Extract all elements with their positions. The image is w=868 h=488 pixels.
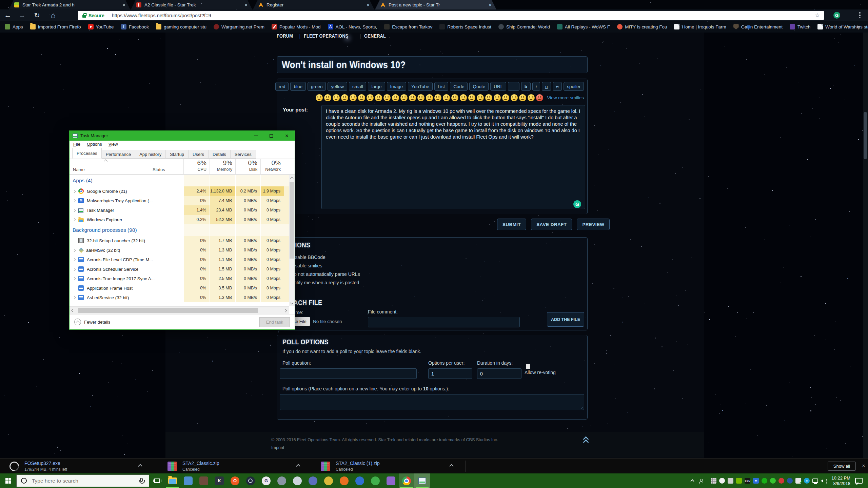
- task-manager-tab[interactable]: Processes: [72, 148, 102, 159]
- task-manager-tab[interactable]: App history: [135, 150, 166, 159]
- taskbar-app-button[interactable]: [180, 473, 196, 488]
- page-scrollbar-thumb[interactable]: [864, 112, 867, 159]
- column-usage-header[interactable]: 0%Network: [260, 159, 284, 175]
- minimize-button[interactable]: [248, 131, 263, 141]
- file-comment-input[interactable]: [368, 317, 520, 327]
- tab-close-icon[interactable]: ×: [489, 2, 492, 7]
- taskbar-search[interactable]: [16, 474, 149, 487]
- poll-options-textarea[interactable]: [280, 394, 584, 410]
- scroll-down-icon[interactable]: [290, 301, 294, 305]
- expand-chevron-icon[interactable]: [73, 258, 76, 261]
- tray-icon[interactable]: SSD: [745, 478, 750, 484]
- grammarly-extension-icon[interactable]: G: [833, 12, 840, 19]
- hidden-icons-chevron[interactable]: [691, 479, 694, 483]
- tray-icon[interactable]: [762, 478, 767, 484]
- taskbar-app-button[interactable]: [352, 473, 368, 488]
- browser-tab[interactable]: A2 Classic file - Star Trek ×: [131, 0, 252, 9]
- task-manager-tab[interactable]: Performance: [101, 150, 135, 159]
- tray-icon[interactable]: [795, 478, 801, 484]
- taskbar-app-button[interactable]: [399, 473, 414, 488]
- taskbar-app-button[interactable]: [336, 473, 352, 488]
- smiley-icon[interactable]: [477, 94, 484, 101]
- bookmark-item[interactable]: A AOL - News, Sports,: [328, 24, 377, 29]
- bbcode-button[interactable]: yellow: [328, 82, 347, 91]
- bbcode-button[interactable]: red: [275, 82, 289, 91]
- tray-icon[interactable]: [770, 478, 776, 484]
- download-item[interactable]: FOSetup327.exe 179/244 MB, 4 mins left: [5, 459, 154, 474]
- start-button[interactable]: [0, 473, 16, 488]
- process-row[interactable]: Malwarebytes Tray Application (... 0% 7.…: [70, 196, 289, 205]
- browser-menu-icon[interactable]: [859, 12, 861, 18]
- tab-close-icon[interactable]: ×: [122, 2, 125, 7]
- view-more-smilies-link[interactable]: View more smilies: [547, 95, 584, 100]
- taskbar-app-button[interactable]: O: [227, 473, 243, 488]
- bbcode-button[interactable]: Image: [387, 82, 407, 91]
- fewer-details-button[interactable]: Fewer details: [74, 319, 110, 325]
- expand-chevron-icon[interactable]: [73, 199, 76, 202]
- taskbar-app-button[interactable]: G: [258, 473, 274, 488]
- home-icon[interactable]: ⌂: [47, 9, 59, 21]
- taskbar-app-button[interactable]: [383, 473, 399, 488]
- close-button[interactable]: ×: [279, 131, 295, 141]
- bookmark-item[interactable]: Escape from Tarkov: [384, 24, 432, 29]
- taskbar-app-button[interactable]: [290, 473, 305, 488]
- download-menu-icon[interactable]: [449, 464, 454, 468]
- taskbar-clock[interactable]: 10:22 PM 8/9/2018: [831, 475, 850, 486]
- bookmark-item[interactable]: YouTube: [88, 24, 114, 29]
- bbcode-button[interactable]: blue: [290, 82, 306, 91]
- task-manager-titlebar[interactable]: Task Manager ×: [70, 131, 295, 141]
- scroll-right-icon[interactable]: [284, 309, 287, 312]
- smiley-icon[interactable]: [502, 94, 509, 101]
- bookmarks-overflow-icon[interactable]: »: [857, 24, 860, 30]
- menu-item[interactable]: Options: [87, 142, 102, 147]
- reload-icon[interactable]: ↻: [31, 9, 43, 21]
- download-menu-icon[interactable]: [296, 464, 300, 468]
- bookmark-item[interactable]: f Facebook: [121, 24, 149, 29]
- tray-icon[interactable]: [821, 478, 827, 484]
- tab-close-icon[interactable]: ×: [244, 2, 248, 7]
- forward-icon[interactable]: →: [16, 9, 28, 21]
- menu-item[interactable]: File: [73, 142, 80, 147]
- horizontal-scroll-thumb[interactable]: [78, 308, 258, 313]
- bbcode-button[interactable]: large: [368, 82, 385, 91]
- smiley-icon[interactable]: [367, 94, 374, 101]
- tray-icon[interactable]: [787, 478, 793, 484]
- task-manager-tab[interactable]: Startup: [165, 150, 189, 159]
- smiley-icon[interactable]: [460, 94, 467, 101]
- breadcrumb-general[interactable]: GENERAL: [364, 33, 386, 39]
- expand-chevron-icon[interactable]: [73, 208, 76, 212]
- vertical-scroll-thumb[interactable]: [290, 182, 294, 259]
- scroll-up-icon[interactable]: [290, 177, 294, 180]
- bookmark-item[interactable]: World of Warships sta: [817, 24, 868, 29]
- bookmark-star-icon[interactable]: ☆: [815, 12, 820, 19]
- bbcode-button[interactable]: List: [434, 82, 448, 91]
- bbcode-button[interactable]: URL: [490, 82, 506, 91]
- smiley-icon[interactable]: [528, 94, 535, 101]
- smiley-icon[interactable]: [341, 94, 348, 101]
- duration-input[interactable]: [477, 368, 521, 379]
- browser-tab[interactable]: Post a new topic - Star Tr ×: [375, 0, 496, 9]
- bbcode-button[interactable]: YouTube: [408, 82, 433, 91]
- bookmark-item[interactable]: All Replays - WoWS F: [557, 24, 610, 29]
- bbcode-button[interactable]: Quote: [469, 82, 489, 91]
- expand-chevron-icon[interactable]: [73, 189, 76, 193]
- process-row[interactable]: Acronis File Level CDP (Time M... 0% 1.1…: [70, 255, 289, 264]
- bbcode-button[interactable]: small: [349, 82, 367, 91]
- tray-icon[interactable]: [778, 478, 784, 484]
- tray-icon[interactable]: [719, 478, 725, 484]
- bookmark-item[interactable]: MITY is creating Fou: [617, 24, 667, 29]
- download-filename[interactable]: STA2_Classic (1).zip: [336, 461, 380, 466]
- smiley-icon[interactable]: [350, 94, 357, 101]
- download-item[interactable]: STA2_Classic.zip Canceled: [163, 459, 312, 474]
- process-row[interactable]: Apps (4): [70, 175, 289, 186]
- bbcode-button[interactable]: spoiler: [564, 82, 584, 91]
- microphone-icon[interactable]: [140, 478, 143, 482]
- smiley-icon[interactable]: [417, 94, 425, 101]
- process-row[interactable]: Task Manager 1.4% 23.4 MB 0 MB/s 0 Mbps: [70, 205, 289, 215]
- bookmark-item[interactable]: Imported From Firefo: [30, 24, 81, 29]
- column-usage-header[interactable]: 0%Disk: [235, 159, 260, 175]
- smiley-icon[interactable]: [443, 94, 450, 101]
- browser-tab[interactable]: Register ×: [253, 0, 374, 9]
- smiley-icon[interactable]: [333, 94, 340, 101]
- tab-close-icon[interactable]: ×: [367, 2, 370, 7]
